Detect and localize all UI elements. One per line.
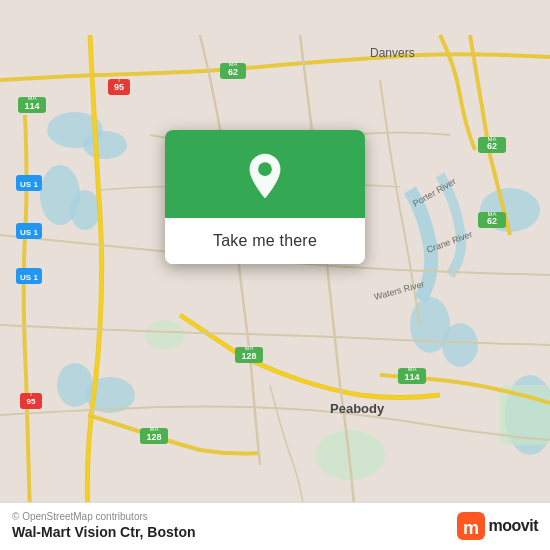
svg-text:m: m: [463, 518, 479, 538]
svg-rect-0: [0, 35, 550, 515]
svg-text:128: 128: [146, 432, 161, 442]
bottom-bar: © OpenStreetMap contributors Wal-Mart Vi…: [0, 502, 550, 550]
svg-text:62: 62: [228, 67, 238, 77]
svg-text:62: 62: [487, 216, 497, 226]
map-background: 62 MA 95 I 114 MA US 1 US 1 US 1 62 MA 6…: [0, 0, 550, 550]
moovit-brand-text: moovit: [489, 517, 538, 535]
svg-text:US 1: US 1: [20, 180, 38, 189]
svg-text:128: 128: [241, 351, 256, 361]
popup-green-area: [165, 130, 365, 218]
popup-card: Take me there: [165, 130, 365, 264]
svg-text:US 1: US 1: [20, 273, 38, 282]
map-container: 62 MA 95 I 114 MA US 1 US 1 US 1 62 MA 6…: [0, 0, 550, 550]
svg-point-8: [442, 323, 478, 367]
moovit-brand-icon: m: [457, 512, 485, 540]
svg-text:MA: MA: [150, 426, 159, 432]
svg-text:MA: MA: [229, 61, 238, 67]
attribution-text: © OpenStreetMap contributors: [12, 511, 196, 522]
svg-text:Peabody: Peabody: [330, 401, 385, 416]
svg-point-2: [83, 131, 127, 159]
svg-text:Danvers: Danvers: [370, 46, 415, 60]
take-me-there-button[interactable]: Take me there: [165, 218, 365, 264]
svg-text:MA: MA: [408, 366, 417, 372]
svg-text:MA: MA: [28, 95, 37, 101]
svg-text:62: 62: [487, 141, 497, 151]
svg-point-4: [70, 190, 100, 230]
svg-text:114: 114: [404, 372, 419, 382]
svg-text:MA: MA: [245, 345, 254, 351]
location-pin-icon: [241, 152, 289, 200]
moovit-logo: m moovit: [457, 512, 538, 540]
svg-point-10: [57, 363, 93, 407]
svg-text:95: 95: [114, 82, 124, 92]
svg-text:95: 95: [27, 397, 36, 406]
svg-text:US 1: US 1: [20, 228, 38, 237]
svg-point-12: [145, 320, 185, 350]
location-title: Wal-Mart Vision Ctr, Boston: [12, 524, 196, 540]
bottom-left: © OpenStreetMap contributors Wal-Mart Vi…: [12, 511, 196, 540]
svg-text:MA: MA: [488, 211, 497, 217]
svg-text:MA: MA: [488, 136, 497, 142]
svg-point-52: [258, 162, 272, 176]
svg-text:114: 114: [24, 101, 39, 111]
